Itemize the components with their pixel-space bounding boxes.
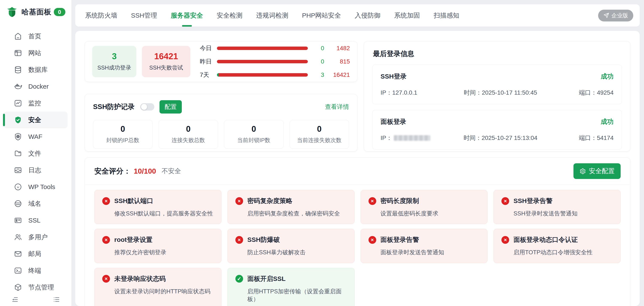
sidebar-item-node-management[interactable]: 节点管理: [4, 279, 68, 296]
tab-bar: 系统防火墙 SSH管理 服务器安全 安全检测 违规词检测 PHP网站安全 入侵防…: [75, 4, 640, 27]
issue-ssh-default-port[interactable]: ×SSH默认端口 修改SSH默认端口，提高服务器安全性: [94, 190, 222, 224]
issue-title: SSH登录告警: [514, 197, 552, 205]
ssh-protection-toggle[interactable]: [140, 103, 154, 111]
issue-panel-totp[interactable]: ×面板登录动态口令认证 启用TOTP动态口令增强安全性: [494, 229, 621, 263]
security-config-button[interactable]: 安全配置: [574, 163, 621, 179]
configure-button[interactable]: 配置: [160, 100, 182, 114]
issue-panel-login-alert[interactable]: ×面板登录告警 面板登录时发送告警通知: [360, 229, 488, 263]
issue-root-login[interactable]: ×root登录设置 推荐仅允许密钥登录: [94, 229, 222, 263]
sidebar-item-mail[interactable]: 邮局: [4, 245, 68, 262]
stat-blocked-ip-total: 0 封锁的IP总数: [93, 120, 153, 149]
issue-description: 修改SSH默认端口，提高服务器安全性: [114, 210, 214, 217]
panel-title: 哈基面板: [22, 7, 52, 17]
issue-unauth-status-code[interactable]: ×未登录响应状态码 设置未登录访问时的HTTP响应状态码: [94, 268, 222, 306]
issue-description: 设置最低密码长度要求: [380, 210, 480, 217]
issue-password-length[interactable]: ×密码长度限制 设置最低密码长度要求: [360, 190, 488, 224]
ssh-protection-title: SSH防护记录: [93, 102, 135, 112]
bar-fail-segment: [219, 73, 308, 77]
issue-description: 推荐仅允许密钥登录: [114, 248, 214, 256]
tab-php-site-security[interactable]: PHP网站安全: [295, 4, 348, 27]
tab-scan-awareness[interactable]: 扫描感知: [426, 4, 466, 27]
status-check-icon: ✓: [236, 275, 243, 283]
issue-description: 设置未登录访问时的HTTP响应状态码: [114, 287, 214, 295]
notification-badge[interactable]: 0: [54, 8, 66, 16]
sidebar-item-docker[interactable]: Docker: [4, 78, 68, 95]
tab-banned-words[interactable]: 违规词检测: [249, 4, 295, 27]
issue-ssh-login-alert[interactable]: ×SSH登录告警 SSH登录时发送告警通知: [494, 190, 621, 224]
tab-server-security[interactable]: 服务器安全: [164, 4, 210, 27]
issue-ssh-brute-force[interactable]: ×SSH防爆破 防止SSH暴力破解攻击: [228, 229, 354, 263]
issue-title: 密码长度限制: [380, 197, 419, 205]
stat-value: 0: [120, 125, 125, 133]
sidebar-item-monitor[interactable]: 监控: [4, 95, 68, 112]
sidebar-item-label: 首页: [28, 32, 41, 41]
collapse-sidebar-icon[interactable]: [11, 296, 19, 303]
stat-value: 0: [252, 125, 256, 133]
status-x-icon: ×: [502, 236, 509, 244]
sidebar-item-domain[interactable]: 域名: [4, 195, 68, 212]
status-x-icon: ×: [368, 236, 376, 244]
issue-title: SSH防爆破: [248, 235, 280, 244]
sidebar-item-security[interactable]: 安全: [4, 112, 68, 128]
login-time: 时间：2025-10-27 15:13:04: [456, 134, 545, 142]
sidebar-item-files[interactable]: 文件: [4, 145, 68, 162]
issue-description: 防止SSH暴力破解攻击: [248, 248, 347, 256]
sidebar-header: 哈基面板 0: [0, 0, 72, 18]
edition-badge[interactable]: 企业版: [598, 10, 633, 22]
menu-list-icon[interactable]: [52, 296, 60, 303]
ssh-login-entry: SSH登录 成功 IP：127.0.0.1 时间：2025-10-17 11:5…: [372, 65, 622, 104]
mail-icon: [14, 249, 22, 258]
sidebar-item-home[interactable]: 首页: [4, 28, 68, 45]
tab-system-firewall[interactable]: 系统防火墙: [78, 4, 124, 27]
website-icon: [14, 49, 22, 57]
redacted-ip-block: [394, 135, 430, 141]
sidebar-footer: [0, 296, 72, 303]
status-x-icon: ×: [502, 197, 509, 205]
security-score-value: 10/100: [134, 167, 156, 175]
sidebar-item-terminal[interactable]: 终端: [4, 262, 68, 279]
sidebar-item-multi-user[interactable]: 多用户: [4, 229, 68, 245]
sidebar-item-wp-tools[interactable]: WP Tools: [4, 179, 68, 195]
issue-title: 面板开启SSL: [248, 274, 286, 283]
sidebar-item-waf[interactable]: WAF: [4, 128, 68, 145]
stat-current-failed-conn: 0 当前连接失败次数: [290, 120, 349, 149]
sidebar-item-logs[interactable]: 日志: [4, 162, 68, 179]
issue-title: 面板登录动态口令认证: [514, 235, 578, 244]
view-details-link[interactable]: 查看详情: [325, 103, 349, 111]
sidebar-item-label: Docker: [28, 83, 49, 90]
bar-label: 昨日: [200, 58, 217, 66]
status-x-icon: ×: [102, 236, 110, 244]
edition-label: 企业版: [612, 12, 628, 19]
login-status-badge: 成功: [601, 117, 614, 126]
bar-track: [217, 47, 308, 50]
sidebar-item-label: 文件: [28, 149, 41, 158]
stat-label: 封锁的IP总数: [106, 136, 139, 144]
issue-title: 密码复杂度策略: [248, 197, 292, 205]
issue-panel-ssl[interactable]: ✓面板开启SSL 启用HTTPS加密传输（设置会重启面板）: [228, 268, 354, 306]
panel-logo-icon: [6, 7, 18, 18]
bar-success-count: 0: [312, 58, 324, 65]
sidebar-item-ssl[interactable]: SSL: [4, 212, 68, 229]
last-login-title: 最后登录信息: [373, 49, 622, 59]
bar-label: 今日: [200, 44, 217, 52]
tab-system-hardening[interactable]: 系统加固: [387, 4, 426, 27]
sidebar-item-website[interactable]: 网站: [4, 45, 68, 61]
ip-label: IP：: [380, 89, 392, 97]
login-port: 端口：54174: [545, 134, 614, 142]
issue-description: 启用HTTPS加密传输（设置会重启面板）: [248, 287, 347, 303]
issue-password-complexity[interactable]: ×密码复杂度策略 启用密码复杂度检查，确保密码安全: [228, 190, 354, 224]
bar-row-7days: 7天 3 16421: [200, 71, 350, 79]
ssh-protection-card: SSH防护记录 配置 查看详情 0 封锁的IP总数 0: [85, 94, 357, 151]
stat-value: 0: [317, 125, 322, 133]
sidebar-item-label: 邮局: [28, 249, 41, 258]
tab-ssh-management[interactable]: SSH管理: [124, 4, 164, 27]
tab-intrusion-defense[interactable]: 入侵防御: [348, 4, 387, 27]
sidebar-item-database[interactable]: 数据库: [4, 61, 68, 78]
terminal-icon: [14, 266, 22, 275]
login-ip: IP：: [380, 134, 456, 142]
tab-security-detection[interactable]: 安全检测: [210, 4, 249, 27]
ssh-overview-card: 3 SSH成功登录 16421 SSH失败尝试 今日 0: [85, 41, 357, 82]
logs-icon: [14, 166, 22, 174]
login-port: 端口：49254: [545, 89, 614, 97]
ip-value: 127.0.0.1: [392, 89, 417, 96]
